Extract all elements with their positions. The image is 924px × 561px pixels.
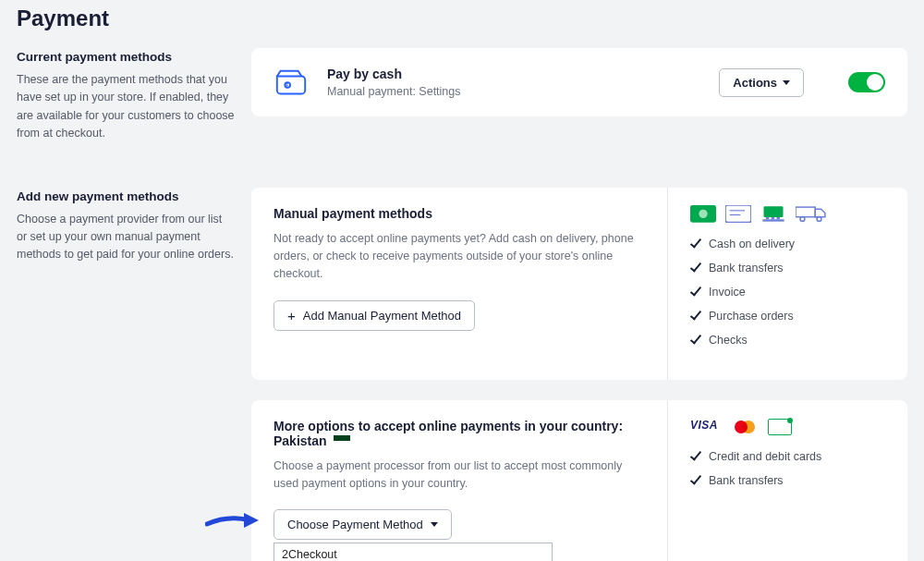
add-manual-button[interactable]: + Add Manual Payment Method: [274, 300, 475, 331]
svg-rect-12: [796, 207, 815, 217]
chevron-down-icon: [431, 522, 438, 527]
actions-button[interactable]: Actions: [719, 68, 804, 97]
flag-icon: [334, 435, 350, 446]
online-icons: VISA: [690, 419, 885, 435]
list-item: Bank transfers: [690, 262, 885, 274]
payment-dropdown: 2Checkout Amazon Pay. More than a paymen…: [274, 543, 553, 561]
check-icon: [690, 472, 701, 484]
add-new-desc: Choose a payment provider from our list …: [17, 211, 235, 264]
choose-payment-label: Choose Payment Method: [287, 518, 423, 531]
svg-rect-9: [766, 217, 770, 219]
pay-method-subtitle: Manual payment: Settings: [327, 85, 700, 98]
manual-title: Manual payment methods: [274, 206, 645, 221]
enable-toggle[interactable]: [848, 72, 885, 92]
wallet-icon: $: [274, 67, 309, 98]
manual-icons: [690, 206, 885, 223]
svg-rect-4: [725, 205, 751, 223]
dropdown-item[interactable]: 2Checkout: [274, 545, 552, 561]
current-methods-side: Current payment methods These are the pa…: [17, 48, 235, 143]
cheque-icon: [725, 206, 751, 223]
bank-transfer-icon: [760, 206, 786, 223]
current-methods-heading: Current payment methods: [17, 50, 235, 64]
list-item: Purchase orders: [690, 310, 885, 323]
bank-icon: [768, 419, 792, 435]
check-icon: [690, 284, 701, 296]
page-title: Payment: [17, 6, 907, 31]
check-icon: [690, 308, 701, 320]
add-manual-label: Add Manual Payment Method: [303, 309, 461, 323]
list-item: Cash on delivery: [690, 238, 885, 250]
svg-rect-8: [762, 219, 784, 221]
check-icon: [690, 260, 701, 272]
online-feature-list: Credit and debit cards Bank transfers: [690, 450, 885, 487]
chevron-down-icon: [783, 80, 790, 85]
choose-payment-button[interactable]: Choose Payment Method: [274, 509, 452, 540]
manual-feature-list: Cash on delivery Bank transfers Invoice …: [690, 238, 885, 347]
manual-payment-card: Manual payment methods Not ready to acce…: [251, 188, 907, 380]
online-title: More options to accept online payments i…: [274, 419, 645, 448]
pointer-arrow-icon: [205, 511, 261, 530]
manual-desc: Not ready to accept online payments yet?…: [274, 230, 643, 284]
visa-icon: VISA: [690, 419, 723, 435]
check-icon: [690, 236, 701, 248]
list-item: Credit and debit cards: [690, 450, 885, 463]
current-method-card: $ Pay by cash Manual payment: Settings A…: [251, 48, 907, 116]
plus-icon: +: [287, 309, 296, 323]
svg-point-3: [699, 210, 707, 218]
pay-method-title: Pay by cash: [327, 67, 700, 81]
current-methods-desc: These are the payment methods that you h…: [17, 71, 235, 143]
cash-icon: [690, 206, 716, 223]
svg-rect-7: [764, 206, 784, 217]
mastercard-icon: [733, 419, 759, 435]
check-icon: [690, 332, 701, 344]
check-icon: [690, 448, 701, 460]
list-item: Invoice: [690, 286, 885, 299]
svg-point-14: [817, 216, 821, 221]
add-new-side: Add new payment methods Choose a payment…: [17, 188, 235, 264]
actions-label: Actions: [733, 76, 777, 90]
svg-rect-10: [772, 217, 775, 219]
list-item: Checks: [690, 334, 885, 347]
online-payment-card: More options to accept online payments i…: [251, 400, 907, 562]
svg-rect-11: [777, 217, 781, 219]
svg-point-13: [800, 216, 805, 221]
list-item: Bank transfers: [690, 474, 885, 487]
online-desc: Choose a payment processor from our list…: [274, 457, 643, 494]
delivery-icon: [796, 206, 827, 223]
add-new-heading: Add new payment methods: [17, 189, 235, 203]
